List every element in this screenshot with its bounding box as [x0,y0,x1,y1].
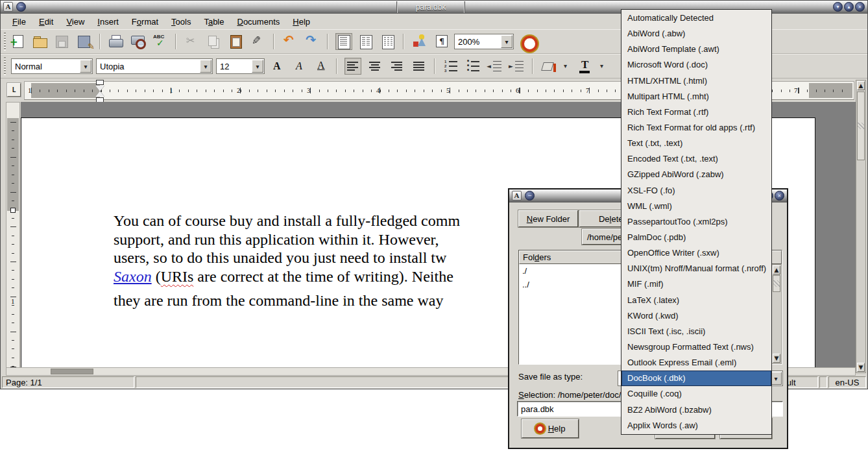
copy-icon[interactable] [206,33,223,50]
minimize-icon[interactable] [833,2,843,12]
format-menu-item[interactable]: MIF (.mif) [621,276,771,292]
scrollbar-thumb[interactable] [857,91,865,160]
maximize-icon[interactable] [844,2,854,12]
format-menu-item[interactable]: UNIX(tm) Nroff/Manual format (.nroff) [621,261,771,276]
format-menu-item[interactable]: Rich Text Format (.rtf) [621,104,771,120]
folder-item[interactable]: ./ [519,264,636,278]
spell-check-icon[interactable] [152,33,169,50]
format-menu-item[interactable]: Outlook Express Email (.eml) [621,355,771,371]
new-folder-button[interactable]: New Folder [518,210,578,227]
help-button[interactable]: Help [522,419,579,438]
scroll-up-icon[interactable]: ▲ [857,81,865,90]
align-right-icon[interactable] [389,58,405,75]
zoom-combo[interactable]: 200% [454,34,514,49]
style-combo[interactable]: Normal [11,58,93,74]
format-menu-item[interactable]: Text (.txt, .text) [621,136,771,151]
italic-icon[interactable] [291,58,307,75]
vertical-scrollbar[interactable]: ▲ ▼ [856,80,866,373]
new-icon[interactable] [10,33,27,50]
scroll-up-icon[interactable]: ▲ [773,265,780,274]
menu-item[interactable]: Tools [165,16,197,28]
open-icon[interactable] [32,33,49,50]
format-menu-item[interactable]: GZipped AbiWord (.zabw) [621,167,771,182]
bold-icon[interactable] [269,58,285,75]
toolbar-grip[interactable] [3,32,7,51]
format-menu-item[interactable]: DocBook (.dbk) [621,371,771,386]
align-justify-icon[interactable] [411,58,428,75]
format-menu-item[interactable]: WML (.wml) [621,199,771,214]
folders-list-header[interactable]: Folders [519,250,636,264]
view-normal-icon[interactable] [335,33,352,50]
hyperlink-saxon[interactable]: Saxon [114,268,152,285]
tab-stop-selector[interactable]: L [7,83,21,97]
font-combo[interactable]: Utopia [96,58,213,74]
unindent-icon[interactable] [487,58,503,75]
chevron-down-icon[interactable] [200,60,211,73]
menu-item[interactable]: Table [197,16,230,28]
format-menu-item[interactable]: ISCII Text (.isc, .iscii) [621,324,771,339]
redo-icon[interactable] [304,33,320,50]
list-bullets-icon[interactable] [464,58,481,75]
help-lifebuoy-icon[interactable] [519,33,536,50]
menu-item[interactable]: Edit [32,16,60,28]
view-columns-3-icon[interactable] [380,33,396,50]
indent-icon[interactable] [509,58,525,75]
chevron-down-icon[interactable] [80,60,91,73]
menu-item[interactable]: Documents [231,16,287,28]
format-menu-item[interactable]: BZ2 AbiWord (.bzabw) [621,402,771,418]
format-menu-item[interactable]: Coquille (.coq) [621,386,771,402]
show-paragraphs-icon[interactable] [433,33,450,50]
format-menu-item[interactable]: Newsgroup Formatted Text (.nws) [621,339,771,355]
menu-item[interactable]: Insert [91,16,125,28]
list-numbers-icon[interactable] [442,58,459,75]
folder-item[interactable]: ../ [519,278,636,291]
close-icon[interactable] [855,2,865,12]
files-scrollbar[interactable]: ▲ ▼ [771,264,782,364]
format-menu-item[interactable]: OpenOffice Writer (.sxw) [621,245,771,261]
underline-icon[interactable] [313,58,330,75]
window-menu-button[interactable] [525,191,535,201]
fill-bucket-icon[interactable] [540,58,557,75]
format-menu-item[interactable]: Automatically Detected [621,10,771,26]
format-menu-item[interactable]: Multipart HTML (.mht) [621,89,771,104]
chevron-down-icon[interactable] [501,35,512,48]
menu-item[interactable]: File [6,16,32,28]
scroll-down-icon[interactable]: ▼ [773,354,780,363]
close-icon[interactable] [775,191,784,201]
insert-symbol-icon[interactable] [411,33,428,50]
format-menu-item[interactable]: XSL-FO (.fo) [621,183,771,199]
toolbar-grip[interactable] [3,57,7,75]
format-menu-item[interactable]: LaTeX (.latex) [621,293,771,308]
format-menu-item[interactable]: KWord (.kwd) [621,308,771,324]
menu-item[interactable]: Format [125,16,165,28]
align-center-icon[interactable] [367,58,383,75]
save-icon[interactable] [54,33,71,50]
view-columns-2-icon[interactable] [357,33,374,50]
scrollbar-thumb[interactable] [773,275,780,292]
menu-item[interactable]: Help [286,16,317,28]
text-color-icon[interactable] [577,58,594,75]
stylus-icon[interactable] [250,33,267,50]
print-preview-icon[interactable] [130,33,147,50]
caret-icon[interactable] [599,58,608,75]
format-menu-item[interactable]: Applix Words (.aw) [621,418,771,433]
menu-item[interactable]: View [60,16,91,28]
format-menu-item[interactable]: Encoded Text (.txt, .text) [621,151,771,167]
paste-icon[interactable] [228,33,245,50]
format-menu-item[interactable]: AbiWord Template (.awt) [621,42,771,57]
first-line-indent-handle[interactable] [96,80,104,85]
indent-marker[interactable] [95,80,105,103]
format-menu-item[interactable]: Microsoft Word (.doc) [621,57,771,73]
scrollbar-thumb[interactable] [51,369,93,374]
format-menu-item[interactable]: HTML/XHTML (.html) [621,73,771,89]
format-menu-item[interactable]: PassepartoutToo (.xml2ps) [621,214,771,230]
format-menu-item[interactable]: AbiWord (.abw) [621,26,771,42]
save-as-icon[interactable] [76,33,93,50]
caret-icon[interactable] [562,58,572,75]
window-menu-button[interactable] [16,2,26,12]
vertical-ruler[interactable]: 1 [6,102,20,368]
print-icon[interactable] [108,33,125,50]
undo-icon[interactable] [282,33,298,50]
cut-icon[interactable] [184,33,200,50]
chevron-down-icon[interactable] [252,60,263,73]
